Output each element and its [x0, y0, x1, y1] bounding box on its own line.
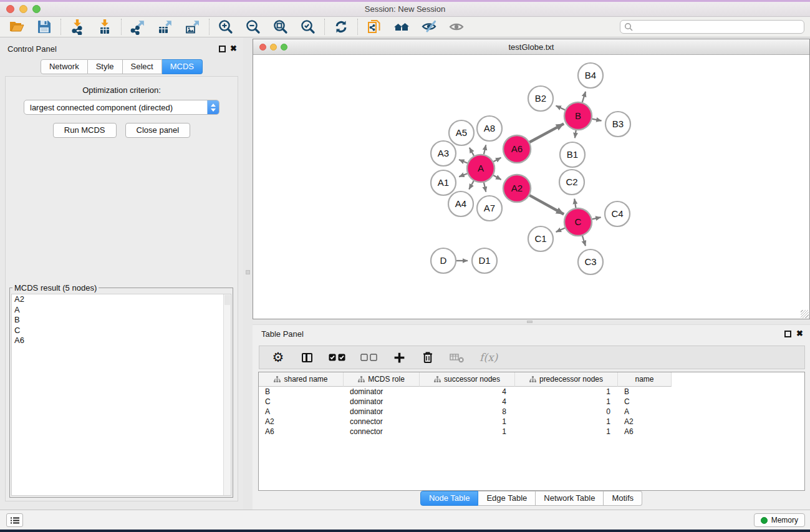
table-tab-network-table[interactable]: Network Table [536, 491, 604, 506]
memory-button[interactable]: Memory [754, 513, 805, 527]
table-cell[interactable]: 4 [420, 397, 515, 407]
mcds-result-item[interactable]: A6 [12, 336, 231, 346]
tab-select[interactable]: Select [123, 59, 162, 74]
search-input[interactable] [635, 22, 800, 31]
edge-C-C4[interactable] [592, 217, 601, 219]
node-A3[interactable]: A3 [431, 141, 456, 166]
export-network-icon[interactable] [130, 19, 146, 35]
node-B4[interactable]: B4 [578, 63, 603, 88]
delete-table-icon[interactable] [450, 350, 465, 365]
node-C[interactable]: C [564, 208, 592, 236]
criterion-select[interactable]: largest connected component (directed) [24, 100, 219, 115]
close-panel-icon[interactable]: ✖ [796, 329, 803, 338]
home-icon[interactable] [393, 19, 410, 35]
list-scrollbar[interactable] [223, 294, 231, 495]
table-cell[interactable]: C [618, 397, 672, 407]
table-cell[interactable]: 1 [515, 427, 618, 437]
edge-A-A5[interactable] [470, 148, 474, 156]
export-table-icon[interactable] [157, 19, 173, 35]
close-panel-icon[interactable]: ✖ [230, 44, 237, 53]
edge-A-A6[interactable] [493, 158, 501, 162]
delete-column-icon[interactable] [421, 350, 435, 365]
mcds-result-item[interactable]: C [12, 326, 231, 336]
table-tab-motifs[interactable]: Motifs [604, 491, 642, 506]
table-cell[interactable]: A6 [618, 427, 672, 437]
node-B[interactable]: B [564, 102, 592, 130]
column-header-MCDS-role[interactable]: MCDS role [344, 372, 420, 387]
edge-B-B3[interactable] [592, 119, 602, 121]
table-cell[interactable]: A2 [259, 417, 344, 427]
node-A5[interactable]: A5 [449, 120, 474, 145]
network-canvas[interactable]: B4B2BB3B1A5A8A6A3AA1C2A2A4A7C4CC1C3DD1 [253, 56, 809, 319]
table-cell[interactable]: B [259, 387, 344, 397]
node-A4[interactable]: A4 [448, 191, 473, 216]
table-cell[interactable]: dominator [344, 407, 420, 417]
column-header-shared-name[interactable]: shared name [259, 372, 344, 387]
float-panel-icon[interactable] [784, 331, 791, 337]
table-cell[interactable]: connector [344, 417, 420, 427]
select-all-columns-icon[interactable] [329, 350, 345, 365]
table-cell[interactable]: A2 [618, 417, 672, 427]
edge-A-A1[interactable] [459, 173, 467, 177]
node-A[interactable]: A [467, 155, 494, 182]
node-D[interactable]: D [431, 248, 456, 273]
float-panel-icon[interactable] [219, 46, 226, 52]
edge-A-A4[interactable] [469, 181, 474, 189]
node-A1[interactable]: A1 [431, 170, 456, 195]
splitter-grip[interactable] [246, 270, 250, 274]
node-A6[interactable]: A6 [503, 135, 531, 163]
task-history-button[interactable] [6, 513, 23, 527]
table-cell[interactable]: A6 [259, 427, 344, 437]
table-cell[interactable]: 4 [420, 387, 515, 397]
tab-mcds[interactable]: MCDS [162, 59, 203, 74]
column-header-predecessor-nodes[interactable]: predecessor nodes [515, 372, 618, 387]
node-B3[interactable]: B3 [605, 112, 630, 137]
edge-B-B2[interactable] [556, 105, 565, 110]
table-row[interactable]: Cdominator41C [259, 397, 804, 407]
table-cell[interactable]: B [618, 387, 672, 397]
refresh-icon[interactable] [333, 19, 349, 35]
show-graphics-details-icon[interactable] [448, 19, 465, 35]
table-cell[interactable]: 1 [515, 417, 618, 427]
node-C2[interactable]: C2 [559, 170, 584, 195]
table-cell[interactable]: dominator [344, 387, 420, 397]
add-column-icon[interactable] [392, 350, 406, 365]
table-cell[interactable]: dominator [344, 397, 420, 407]
table-cell[interactable]: A [259, 407, 344, 417]
open-session-icon[interactable] [9, 19, 25, 35]
mcds-result-item[interactable]: A2 [12, 294, 231, 305]
edge-A-A3[interactable] [459, 160, 468, 163]
table-cell[interactable]: 8 [420, 407, 515, 417]
node-A8[interactable]: A8 [477, 116, 502, 141]
node-D1[interactable]: D1 [472, 248, 497, 273]
table-cell[interactable]: 1 [420, 427, 515, 437]
tab-network[interactable]: Network [41, 59, 88, 74]
save-session-icon[interactable] [36, 19, 52, 35]
edge-C-C3[interactable] [582, 236, 586, 246]
node-C3[interactable]: C3 [578, 249, 603, 274]
table-cell[interactable]: 1 [515, 397, 618, 407]
table-row[interactable]: Bdominator41B [259, 387, 804, 397]
import-network-icon[interactable] [69, 19, 85, 35]
zoom-selected-icon[interactable] [300, 19, 316, 35]
splitter-grip[interactable] [527, 321, 533, 323]
zoom-in-icon[interactable] [218, 19, 234, 35]
resize-grip-icon[interactable] [801, 310, 809, 318]
table-cell[interactable]: 1 [420, 417, 515, 427]
edge-B-B4[interactable] [582, 92, 586, 102]
zoom-out-icon[interactable] [245, 19, 261, 35]
table-tab-node-table[interactable]: Node Table [420, 491, 479, 506]
node-C4[interactable]: C4 [605, 201, 630, 226]
open-session-file-icon[interactable] [366, 19, 382, 35]
edge-A-A8[interactable] [484, 145, 486, 154]
close-panel-button[interactable]: Close panel [125, 123, 191, 138]
split-view-icon[interactable] [300, 350, 314, 365]
edge-C-C1[interactable] [556, 228, 565, 231]
node-A2[interactable]: A2 [503, 175, 531, 202]
table-row[interactable]: A6connector11A6 [259, 427, 804, 437]
edge-A-A7[interactable] [484, 182, 486, 191]
table-cell[interactable]: A [618, 407, 672, 417]
table-cell[interactable]: 1 [515, 387, 618, 397]
mcds-result-item[interactable]: A [12, 305, 231, 316]
function-builder-icon[interactable]: f(x) [480, 350, 498, 365]
